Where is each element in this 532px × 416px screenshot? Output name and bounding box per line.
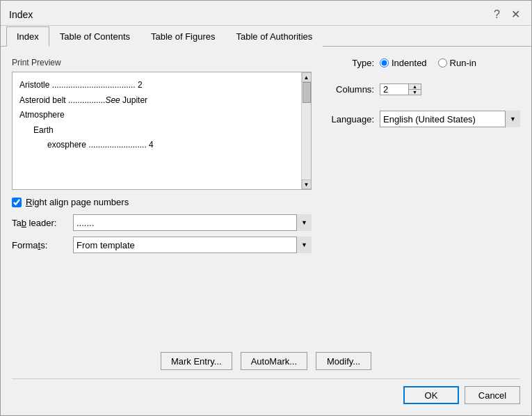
dialog-title: Index bbox=[9, 9, 33, 20]
index-dialog: Index ? ✕ Index Table of Contents Table … bbox=[0, 0, 532, 416]
formats-label: Formats: bbox=[12, 240, 67, 250]
columns-spinner: ▲ ▼ bbox=[380, 83, 421, 95]
columns-decrement[interactable]: ▼ bbox=[409, 89, 421, 95]
ok-cancel-buttons: OK Cancel bbox=[12, 378, 520, 404]
type-label: Type: bbox=[325, 58, 374, 68]
runin-label: Run-in bbox=[450, 58, 476, 68]
preview-row-2: Atmosphere bbox=[19, 108, 304, 123]
scroll-up[interactable]: ▲ bbox=[302, 72, 312, 82]
tab-leader-select[interactable]: (none) ....... ------- _______ bbox=[73, 214, 312, 231]
tab-leader-select-wrapper: (none) ....... ------- _______ ▼ bbox=[73, 214, 312, 231]
preview-row-0: Aristotle ..............................… bbox=[19, 78, 304, 93]
mark-entry-button[interactable]: Mark Entry... bbox=[161, 352, 232, 370]
type-radio-group: Indented Run-in bbox=[380, 58, 476, 68]
scroll-track bbox=[302, 82, 311, 179]
indented-label: Indented bbox=[392, 58, 427, 68]
indented-radio-label[interactable]: Indented bbox=[380, 58, 427, 68]
preview-content: Aristotle ..............................… bbox=[19, 78, 304, 153]
columns-increment[interactable]: ▲ bbox=[409, 84, 421, 89]
indented-radio[interactable] bbox=[380, 58, 389, 67]
preview-row-3: Earth bbox=[33, 123, 304, 138]
preview-row-1: Asteroid belt ................See Jupite… bbox=[19, 93, 304, 109]
preview-box: Aristotle ..............................… bbox=[12, 72, 312, 190]
preview-scrollbar[interactable]: ▲ ▼ bbox=[301, 72, 311, 189]
language-select[interactable]: English (United States) English (United … bbox=[380, 111, 520, 127]
formats-select[interactable]: From template Classic Fancy Modern Bulle… bbox=[73, 237, 312, 253]
scroll-thumb[interactable] bbox=[303, 82, 311, 103]
formats-select-wrapper: From template Classic Fancy Modern Bulle… bbox=[73, 237, 312, 253]
columns-row: Columns: ▲ ▼ bbox=[325, 83, 520, 95]
right-panel: Type: Indented Run-in Columns: bbox=[325, 58, 520, 346]
title-bar-controls: ? ✕ bbox=[491, 6, 523, 22]
columns-input[interactable] bbox=[380, 84, 408, 95]
tab-toa[interactable]: Table of Authorities bbox=[226, 26, 323, 47]
cancel-button[interactable]: Cancel bbox=[465, 386, 520, 404]
tab-tof[interactable]: Table of Figures bbox=[140, 26, 226, 47]
language-label: Language: bbox=[325, 114, 374, 125]
right-align-label[interactable]: Right align page numbers bbox=[26, 197, 129, 207]
right-align-checkbox[interactable] bbox=[12, 198, 22, 207]
close-button[interactable]: ✕ bbox=[508, 6, 523, 22]
left-panel: Print Preview Aristotle ................… bbox=[12, 58, 312, 346]
print-preview-label: Print Preview bbox=[12, 58, 312, 67]
language-select-wrapper: English (United States) English (United … bbox=[380, 111, 520, 127]
scroll-down[interactable]: ▼ bbox=[302, 179, 312, 189]
dialog-body: Print Preview Aristotle ................… bbox=[1, 47, 531, 415]
right-align-row: Right align page numbers bbox=[12, 197, 312, 207]
preview-row-4: exosphere ......................... 4 bbox=[47, 138, 304, 153]
help-button[interactable]: ? bbox=[491, 7, 503, 22]
tab-leader-row: Tab leader: (none) ....... ------- _____… bbox=[12, 214, 312, 231]
runin-radio[interactable] bbox=[438, 58, 447, 67]
action-buttons: Mark Entry... AutoMark... Modify... bbox=[12, 352, 520, 370]
tab-toc[interactable]: Table of Contents bbox=[49, 26, 140, 47]
tab-index[interactable]: Index bbox=[6, 26, 49, 47]
ok-button[interactable]: OK bbox=[403, 386, 459, 404]
spin-buttons: ▲ ▼ bbox=[408, 84, 421, 95]
runin-radio-label[interactable]: Run-in bbox=[438, 58, 476, 68]
title-bar: Index ? ✕ bbox=[1, 1, 531, 26]
tab-leader-label: Tab leader: bbox=[12, 218, 67, 228]
automark-button[interactable]: AutoMark... bbox=[241, 352, 307, 370]
bottom-section: Mark Entry... AutoMark... Modify... OK C… bbox=[12, 346, 520, 404]
type-row: Type: Indented Run-in bbox=[325, 58, 520, 68]
main-content: Print Preview Aristotle ................… bbox=[12, 58, 520, 346]
modify-button[interactable]: Modify... bbox=[316, 352, 371, 370]
tab-bar: Index Table of Contents Table of Figures… bbox=[1, 26, 531, 47]
columns-label: Columns: bbox=[325, 84, 374, 95]
language-row: Language: English (United States) Englis… bbox=[325, 111, 520, 127]
formats-row: Formats: From template Classic Fancy Mod… bbox=[12, 237, 312, 253]
